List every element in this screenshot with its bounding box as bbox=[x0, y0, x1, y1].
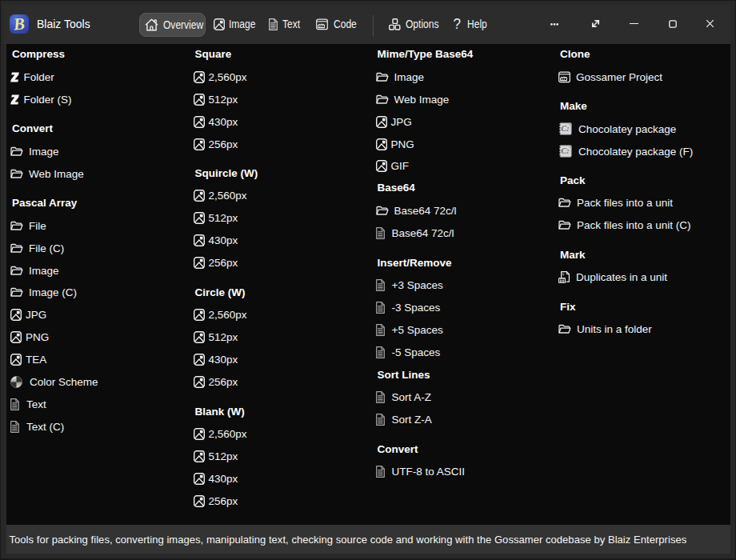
svg-text:C:: C: bbox=[561, 124, 570, 133]
svg-text:C:: C: bbox=[561, 146, 570, 155]
